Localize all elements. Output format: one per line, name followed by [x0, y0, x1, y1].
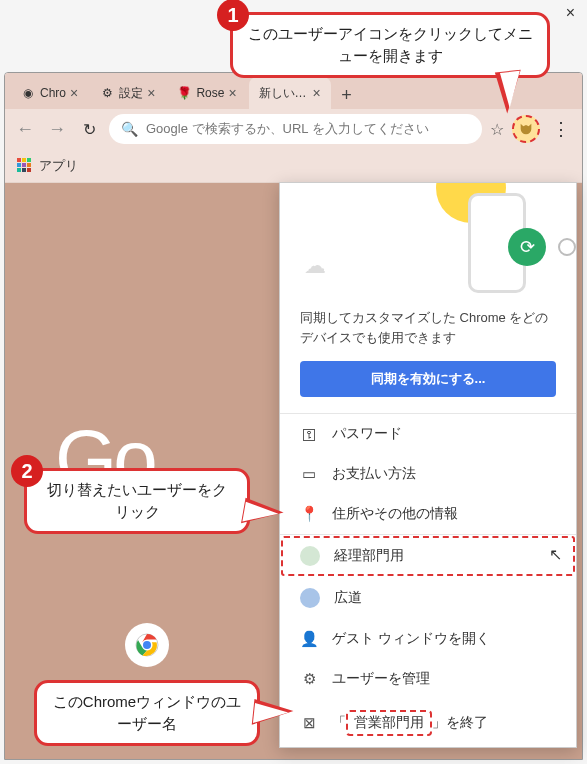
omnibox-placeholder: Google で検索するか、URL を入力してください — [146, 120, 429, 138]
new-tab-button[interactable]: + — [333, 81, 361, 109]
bookmark-star-icon[interactable]: ☆ — [490, 120, 504, 139]
menu-label: ゲスト ウィンドウを開く — [332, 630, 490, 648]
user-avatar-icon — [300, 546, 320, 566]
tab-title: 設定 — [119, 85, 143, 102]
svg-point-1 — [143, 641, 151, 649]
sync-icon: ⟳ — [508, 228, 546, 266]
tab-close-icon[interactable]: × — [312, 85, 320, 101]
cursor-icon: ↖ — [549, 545, 562, 564]
tab-close-icon[interactable]: × — [147, 85, 155, 101]
bookmarks-bar: アプリ — [5, 149, 582, 183]
key-icon: ⚿ — [300, 426, 318, 443]
shortcut-chrome[interactable] — [125, 623, 169, 667]
avatar-cat-icon — [518, 121, 534, 137]
pin-icon: 📍 — [300, 505, 318, 523]
exit-icon: ⊠ — [300, 714, 318, 732]
reload-button[interactable]: ↻ — [77, 120, 101, 139]
tab[interactable]: 🌹 Rose × — [167, 77, 246, 109]
profile-avatar-button[interactable] — [512, 115, 540, 143]
dot-graphic — [558, 238, 576, 256]
profile-menu: ⟳ ☁ 同期してカスタマイズした Chrome をどのデバイスでも使用できます … — [279, 182, 577, 748]
tab-title: Chro — [40, 86, 66, 100]
gear-icon: ⚙ — [300, 670, 318, 688]
tab-close-icon[interactable]: × — [228, 85, 236, 101]
omnibox[interactable]: 🔍 Google で検索するか、URL を入力してください — [109, 114, 482, 144]
address-bar: ← → ↻ 🔍 Google で検索するか、URL を入力してください ☆ ⋮ — [5, 109, 582, 149]
callout-text: このユーザーアイコンをクリックしてメニューを開きます — [248, 25, 533, 64]
menu-label: パスワード — [332, 425, 402, 443]
chrome-favicon: ◉ — [21, 86, 35, 100]
back-button[interactable]: ← — [13, 119, 37, 140]
menu-switch-user[interactable]: 経理部門用 ↖ — [280, 535, 576, 577]
profile-hero: ⟳ ☁ — [280, 183, 576, 298]
menu-addresses[interactable]: 📍 住所やその他の情報 — [280, 494, 576, 534]
menu-kebab-icon[interactable]: ⋮ — [548, 118, 574, 140]
sync-description: 同期してカスタマイズした Chrome をどのデバイスでも使用できます — [280, 298, 576, 361]
callout-number: 2 — [11, 455, 43, 487]
tab[interactable]: ◉ Chro × — [11, 77, 88, 109]
callout-pointer — [252, 699, 294, 729]
menu-other-user[interactable]: 広道 — [280, 577, 576, 619]
forward-button[interactable]: → — [45, 119, 69, 140]
chrome-icon — [135, 633, 159, 657]
tab-title: Rose — [196, 86, 224, 100]
menu-label: 経理部門用 — [334, 547, 404, 565]
menu-label: 広道 — [334, 589, 362, 607]
menu-passwords[interactable]: ⚿ パスワード — [280, 414, 576, 454]
callout-pointer — [495, 69, 525, 113]
settings-favicon: ⚙ — [100, 86, 114, 100]
guest-icon: 👤 — [300, 630, 318, 648]
menu-payments[interactable]: ▭ お支払い方法 — [280, 454, 576, 494]
menu-label: 「営業部門用」を終了 — [332, 710, 488, 736]
apps-grid-icon[interactable] — [17, 158, 33, 174]
user-avatar-icon — [300, 588, 320, 608]
rose-favicon: 🌹 — [177, 86, 191, 100]
callout-text: 切り替えたいユーザーをクリック — [47, 481, 227, 520]
card-icon: ▭ — [300, 465, 318, 483]
menu-label: 住所やその他の情報 — [332, 505, 458, 523]
menu-label: ユーザーを管理 — [332, 670, 430, 688]
current-user-name: 営業部門用 — [346, 710, 432, 736]
window-close-button[interactable]: × — [566, 4, 575, 22]
tab-close-icon[interactable]: × — [70, 85, 78, 101]
menu-label: お支払い方法 — [332, 465, 416, 483]
callout-2: 2 切り替えたいユーザーをクリック — [24, 468, 250, 534]
menu-manage-users[interactable]: ⚙ ユーザーを管理 — [280, 659, 576, 699]
tab[interactable]: ⚙ 設定 × — [90, 77, 165, 109]
enable-sync-button[interactable]: 同期を有効にする... — [300, 361, 556, 397]
menu-exit-profile[interactable]: ⊠ 「営業部門用」を終了 — [280, 699, 576, 747]
callout-text: このChromeウィンドウのユーザー名 — [53, 693, 241, 732]
tab-active[interactable]: 新しいタブ × — [249, 77, 331, 109]
menu-guest-window[interactable]: 👤 ゲスト ウィンドウを開く — [280, 619, 576, 659]
apps-label[interactable]: アプリ — [39, 157, 78, 175]
callout-number: 1 — [217, 0, 249, 31]
callout-1: 1 このユーザーアイコンをクリックしてメニューを開きます — [230, 12, 550, 78]
search-icon: 🔍 — [121, 121, 138, 137]
callout-3: このChromeウィンドウのユーザー名 — [34, 680, 260, 746]
tab-title: 新しいタブ — [259, 85, 309, 102]
cloud-icon: ☁ — [304, 253, 326, 279]
